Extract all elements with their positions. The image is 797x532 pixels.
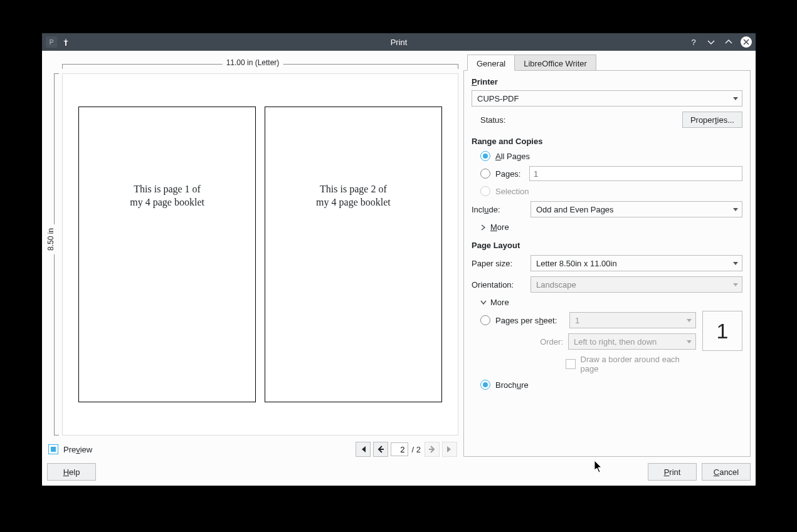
preview-label: Preview [63,445,92,454]
brochure-label: Brochure [495,380,529,390]
tabs: General LibreOffice Writer [463,55,751,71]
chevron-down-icon [733,208,738,211]
preview-page-right: This is page 2 of my 4 page booklet [265,107,442,402]
ruler-height-label: 8.50 in [46,224,55,254]
order-label: Order: [480,337,563,347]
orientation-label: Orientation: [472,280,525,289]
paper-size-value: Letter 8.50in x 11.00in [536,259,617,268]
range-more-expander[interactable]: More [480,222,742,232]
page-number-input[interactable] [391,442,408,456]
chevron-down-icon [733,97,738,100]
orientation-select: Landscape [530,276,742,293]
include-label: Include: [472,205,525,214]
next-page-button[interactable] [425,442,440,457]
window-title: Print [42,38,756,47]
radio-all-pages[interactable] [480,151,490,161]
pages-label: Pages: [495,169,524,179]
ruler-width-label: 11.00 in (Letter) [223,58,283,67]
page-text: my 4 page booklet [79,196,255,209]
first-page-button[interactable] [356,442,371,457]
settings-panel: General LibreOffice Writer Printer CUPS-… [463,55,751,457]
layout-more-expander[interactable]: More [480,298,742,307]
page-text: This is page 2 of [265,182,441,196]
pages-input[interactable] [529,166,742,181]
section-range: Range and Copies [472,137,742,146]
chevron-down-icon [733,262,738,265]
print-dialog: P Print ? [42,33,756,486]
pps-select: 1 [569,312,696,328]
radio-selection [480,186,490,196]
pages-per-sheet-preview: 1 [702,311,742,351]
prev-page-button[interactable] [373,442,388,457]
chevron-down-icon [480,300,487,305]
printer-select-value: CUPS-PDF [477,94,519,103]
order-value: Left to right, then down [574,337,657,347]
more-label: More [490,298,509,307]
radio-pages[interactable] [480,169,490,179]
section-printer: Printer [472,77,742,86]
pps-label: Pages per sheet: [495,316,564,325]
draw-border-label: Draw a border around each page [581,355,696,373]
page-total-label: / 2 [411,445,422,454]
paper-size-select[interactable]: Letter 8.50in x 11.00in [530,255,742,271]
chevron-down-icon [687,340,692,343]
chevron-right-icon [480,224,487,231]
properties-button[interactable]: Properties... [682,112,742,128]
ruler-vertical: 8.50 in [47,73,62,436]
print-button[interactable]: Print [648,463,697,481]
order-select: Left to right, then down [568,333,696,350]
preview-panel: 11.00 in (Letter) 8.50 in This is page 1… [47,55,458,457]
preview-sheet: This is page 1 of my 4 page booklet This… [62,73,458,436]
chevron-down-icon [733,283,738,286]
help-button[interactable]: Help [47,463,96,481]
chevron-down-icon [687,319,692,322]
draw-border-checkbox [566,359,576,369]
pps-value: 1 [575,316,579,325]
tab-writer[interactable]: LibreOffice Writer [515,55,596,71]
tab-general[interactable]: General [467,55,515,71]
radio-pages-per-sheet[interactable] [480,315,490,325]
section-layout: Page Layout [472,241,742,250]
page-text: This is page 1 of [79,182,255,196]
radio-brochure[interactable] [480,380,490,390]
printer-select[interactable]: CUPS-PDF [472,90,742,107]
preview-checkbox[interactable] [48,444,58,454]
pps-preview-value: 1 [717,319,729,343]
preview-page-left: This is page 1 of my 4 page booklet [78,107,256,402]
more-label: More [490,222,509,232]
selection-label: Selection [495,187,529,196]
paper-size-label: Paper size: [472,259,525,268]
status-label: Status: [480,115,505,125]
include-select[interactable]: Odd and Even Pages [530,201,742,217]
titlebar: P Print ? [42,33,756,51]
ruler-horizontal: 11.00 in (Letter) [47,55,458,73]
cancel-button[interactable]: Cancel [702,463,751,481]
last-page-button[interactable] [442,442,457,457]
orientation-value: Landscape [536,280,576,289]
all-pages-label: All Pages [495,152,530,161]
dialog-footer: Help Print Cancel [47,457,751,481]
include-value: Odd and Even Pages [536,205,614,214]
page-text: my 4 page booklet [265,196,441,209]
